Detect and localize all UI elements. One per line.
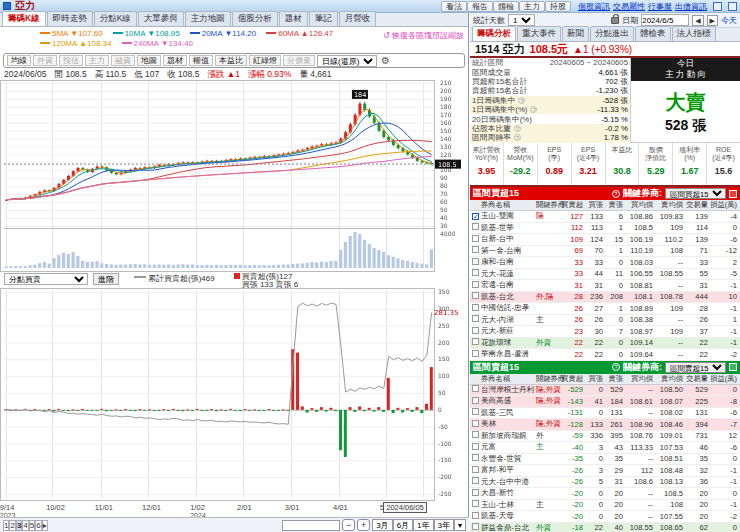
table-row[interactable]: 台新-台中10912415106.19110.2139-6: [470, 234, 740, 246]
table-row[interactable]: 永豐金-世貿-35035--108.51350: [470, 454, 740, 466]
panel-toggle-icon[interactable]: [729, 190, 737, 198]
panel-tab-分點進出[interactable]: 分點進出: [590, 26, 634, 41]
key-broker-select[interactable]: 區間買超15: [665, 188, 726, 199]
page-button-4[interactable]: 4: [22, 520, 28, 531]
table-row[interactable]: 康和-台南33330108.03--332: [470, 257, 740, 269]
panel-tab-新聞[interactable]: 新聞: [562, 26, 589, 41]
tab-主力地圖[interactable]: 主力地圖: [185, 11, 231, 26]
row-checkbox[interactable]: [472, 466, 479, 473]
tab-月營收[interactable]: 月營收: [339, 11, 377, 26]
row-checkbox[interactable]: [472, 304, 479, 311]
table-row[interactable]: ✓玉山-雙園隔1271336108.86109.83139-4: [470, 211, 740, 223]
row-checkbox[interactable]: [472, 269, 479, 276]
topbar-link-交易屬性[interactable]: 交易屬性: [613, 2, 645, 11]
table-row[interactable]: 宏遠-台南31310108.81--31-1: [470, 280, 740, 292]
topbar-link-行事曆[interactable]: 行事曆: [648, 2, 672, 11]
row-checkbox[interactable]: [472, 246, 479, 253]
toolbar-button-題材[interactable]: 題材: [163, 55, 187, 66]
table-row[interactable]: 新加坡商瑞銀外-59336395108.76109.0173112: [470, 431, 740, 443]
prev-day-button[interactable]: ◀: [692, 15, 703, 26]
jump-date-input[interactable]: [282, 520, 340, 531]
toolbar-button-投信[interactable]: 投信: [59, 55, 83, 66]
page-button-▸[interactable]: ▸: [42, 520, 48, 531]
advanced-button[interactable]: 進階: [93, 273, 119, 285]
table-row[interactable]: 元大-內湖主26260108.38--261: [470, 315, 740, 327]
row-checkbox[interactable]: ✓: [472, 213, 479, 220]
range-button-6月[interactable]: 6月: [393, 519, 413, 531]
minimize-icon[interactable]: [713, 2, 722, 11]
table-row[interactable]: 第一金-台南69701110.1910871-12: [470, 246, 740, 258]
tab-分點K線[interactable]: 分點K線: [94, 11, 137, 26]
date-input[interactable]: [641, 14, 689, 26]
tab-大單參與[interactable]: 大單參與: [138, 11, 184, 26]
help-icon[interactable]: ?: [518, 97, 525, 104]
table-row[interactable]: 群益金鼎-台北外資-182240108.55108.65620: [470, 523, 740, 532]
toolbar-button-地圖[interactable]: 地圖: [137, 55, 161, 66]
tab-即時走勢[interactable]: 即時走勢: [47, 11, 93, 26]
broker-pane-select[interactable]: 分點買賣: [4, 273, 88, 285]
row-checkbox[interactable]: [472, 431, 479, 438]
panel-tab-體檢表[interactable]: 體檢表: [635, 26, 671, 41]
topbar-link-出借資訊[interactable]: 出借資訊: [675, 2, 707, 11]
row-checkbox[interactable]: [472, 235, 479, 242]
table-row[interactable]: 華南永昌-蘆洲22220109.64--22-2: [470, 349, 740, 361]
table-row[interactable]: 元大-新莊23307108.9710937-1: [470, 326, 740, 338]
topbar-button-報告[interactable]: 報告: [467, 1, 493, 12]
page-button-6[interactable]: 6: [35, 520, 41, 531]
topbar-button-看法[interactable]: 看法: [441, 1, 467, 12]
row-checkbox[interactable]: [472, 523, 479, 530]
help-icon[interactable]: ?: [514, 134, 521, 141]
row-checkbox[interactable]: [472, 338, 479, 345]
row-checkbox[interactable]: [472, 443, 479, 450]
toolbar-button-分價量[interactable]: 分價量: [283, 55, 315, 66]
today-link[interactable]: 今天: [721, 15, 737, 26]
toolbar-button-外資[interactable]: 外資: [33, 55, 57, 66]
broker-netbuy-chart[interactable]: [0, 288, 462, 502]
row-checkbox[interactable]: [472, 512, 479, 519]
row-checkbox[interactable]: [472, 281, 479, 288]
table-row[interactable]: 花旗環球外資22220109.14--22-1: [470, 338, 740, 350]
table-row[interactable]: 玉山-士林主-20020--10820-1: [470, 500, 740, 512]
row-checkbox[interactable]: [472, 327, 479, 334]
table-row[interactable]: 美商高盛隔,外資-14341184108.61108.07225-8: [470, 396, 740, 408]
toolbar-button-本益比[interactable]: 本益比: [215, 55, 247, 66]
table-row[interactable]: 元富主-40343113.33107.5346-6: [470, 442, 740, 454]
tab-題材[interactable]: 題材: [279, 11, 308, 26]
row-checkbox[interactable]: [472, 408, 479, 415]
help-icon[interactable]: ?: [612, 190, 620, 198]
help-icon[interactable]: ?: [530, 106, 537, 113]
help-icon[interactable]: ?: [612, 363, 620, 371]
settings-gear-icon[interactable]: ⚙: [381, 55, 390, 66]
row-checkbox[interactable]: [472, 315, 479, 322]
row-checkbox[interactable]: [472, 420, 479, 427]
topbar-button-持股[interactable]: 持股: [545, 1, 571, 12]
row-checkbox[interactable]: [472, 292, 479, 299]
row-checkbox[interactable]: [472, 500, 479, 507]
toolbar-button-權值[interactable]: 權值: [189, 55, 213, 66]
panel-toggle-icon[interactable]: [729, 363, 737, 371]
stat-days-select[interactable]: 1: [508, 14, 535, 26]
range-button-1年[interactable]: 1年: [413, 519, 433, 531]
zoom-out-icon[interactable]: −: [342, 519, 355, 531]
range-button-3月[interactable]: 3月: [372, 519, 392, 531]
reset-zoom-link[interactable]: ↺ 恢復各區塊預設縮放: [383, 30, 464, 41]
table-row[interactable]: 凱基-台北外,隔28236208108.1108.7844410: [470, 292, 740, 304]
tab-筆記[interactable]: 筆記: [309, 11, 338, 26]
zoom-in-icon[interactable]: +: [357, 519, 370, 531]
period-select[interactable]: 日線(還原): [317, 55, 377, 67]
tab-籌碼K線[interactable]: 籌碼K線: [2, 11, 46, 26]
row-checkbox[interactable]: [472, 454, 479, 461]
toolbar-button-紅綠燈[interactable]: 紅綠燈: [249, 55, 281, 66]
topbar-button-體檢[interactable]: 體檢: [493, 1, 519, 12]
toolbar-button-均線[interactable]: 均線: [7, 55, 31, 66]
row-checkbox[interactable]: [472, 350, 479, 357]
table-row[interactable]: 凱基-三民-1310131--108.02131-6: [470, 408, 740, 420]
toolbar-button-融資[interactable]: 融資: [111, 55, 135, 66]
row-checkbox[interactable]: [472, 258, 479, 265]
candlestick-chart[interactable]: [0, 80, 462, 272]
topbar-link-個股資訊[interactable]: 個股資訊: [578, 2, 610, 11]
panel-tab-籌碼分析[interactable]: 籌碼分析: [472, 26, 516, 41]
range-button-▾[interactable]: ▾: [454, 519, 466, 531]
panel-tab-法人指標[interactable]: 法人指標: [672, 26, 716, 41]
page-button-2[interactable]: 2: [9, 520, 15, 531]
